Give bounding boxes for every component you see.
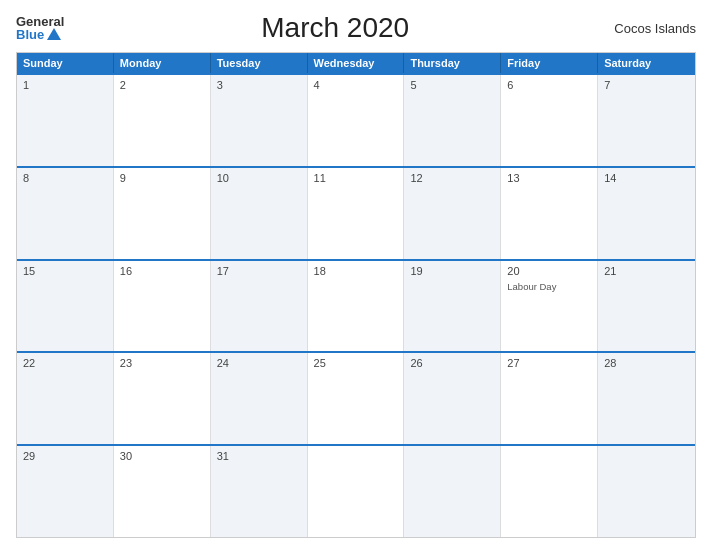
cell-18: 18: [308, 261, 405, 352]
cell-12: 12: [404, 168, 501, 259]
page: General Blue March 2020 Cocos Islands Su…: [0, 0, 712, 550]
cell-9: 9: [114, 168, 211, 259]
calendar-grid: Sunday Monday Tuesday Wednesday Thursday…: [16, 52, 696, 538]
cell-4: 4: [308, 75, 405, 166]
header-sunday: Sunday: [17, 53, 114, 73]
cell-31: 31: [211, 446, 308, 537]
cell-16: 16: [114, 261, 211, 352]
week-4: 22 23 24 25 26 27 28: [17, 351, 695, 444]
header-monday: Monday: [114, 53, 211, 73]
cell-2: 2: [114, 75, 211, 166]
cell-1: 1: [17, 75, 114, 166]
cell-21: 21: [598, 261, 695, 352]
cell-14: 14: [598, 168, 695, 259]
cell-20: 20 Labour Day: [501, 261, 598, 352]
cell-empty-1: [308, 446, 405, 537]
calendar-header-row: Sunday Monday Tuesday Wednesday Thursday…: [17, 53, 695, 73]
cell-empty-4: [598, 446, 695, 537]
cell-13: 13: [501, 168, 598, 259]
cell-empty-3: [501, 446, 598, 537]
cell-24: 24: [211, 353, 308, 444]
cell-26: 26: [404, 353, 501, 444]
calendar-title: March 2020: [64, 12, 606, 44]
logo-blue-text: Blue: [16, 28, 44, 41]
week-1: 1 2 3 4 5 6 7: [17, 73, 695, 166]
header-wednesday: Wednesday: [308, 53, 405, 73]
cell-19: 19: [404, 261, 501, 352]
cell-17: 17: [211, 261, 308, 352]
week-2: 8 9 10 11 12 13 14: [17, 166, 695, 259]
cell-6: 6: [501, 75, 598, 166]
cell-27: 27: [501, 353, 598, 444]
region-label: Cocos Islands: [606, 21, 696, 36]
header-thursday: Thursday: [404, 53, 501, 73]
cell-25: 25: [308, 353, 405, 444]
logo-triangle-icon: [47, 28, 61, 40]
cell-15: 15: [17, 261, 114, 352]
cell-5: 5: [404, 75, 501, 166]
header-tuesday: Tuesday: [211, 53, 308, 73]
labour-day-label: Labour Day: [507, 281, 556, 292]
header-friday: Friday: [501, 53, 598, 73]
logo: General Blue: [16, 15, 64, 41]
logo-blue-row: Blue: [16, 28, 61, 41]
cell-7: 7: [598, 75, 695, 166]
cell-22: 22: [17, 353, 114, 444]
cell-10: 10: [211, 168, 308, 259]
cell-29: 29: [17, 446, 114, 537]
cell-3: 3: [211, 75, 308, 166]
header-saturday: Saturday: [598, 53, 695, 73]
cell-8: 8: [17, 168, 114, 259]
header: General Blue March 2020 Cocos Islands: [16, 12, 696, 44]
cell-empty-2: [404, 446, 501, 537]
cell-11: 11: [308, 168, 405, 259]
cell-23: 23: [114, 353, 211, 444]
week-3: 15 16 17 18 19 20 Labour Day 21: [17, 259, 695, 352]
cell-28: 28: [598, 353, 695, 444]
week-5: 29 30 31: [17, 444, 695, 537]
cell-30: 30: [114, 446, 211, 537]
